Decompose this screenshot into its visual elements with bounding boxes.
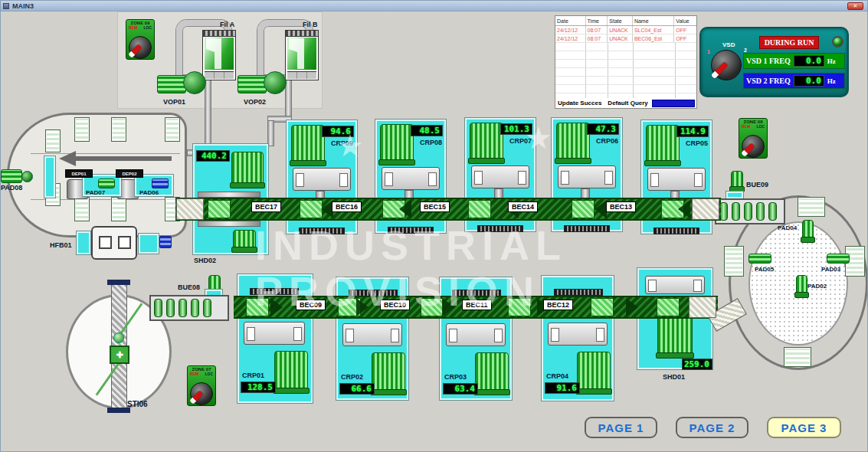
pump-vop01[interactable] bbox=[157, 75, 186, 93]
alarm-empty-row bbox=[555, 60, 696, 68]
machine-shd01[interactable]: 259.0 bbox=[637, 267, 713, 370]
vsd1-freq-label: VSD 1 FREQ bbox=[746, 57, 791, 65]
pad06-motor bbox=[152, 179, 169, 188]
vsd1-freq-unit: Hz bbox=[827, 57, 836, 65]
hfb01-window bbox=[99, 236, 112, 249]
pad05-motor[interactable] bbox=[748, 254, 771, 264]
crp04-display: 91.6 bbox=[545, 382, 580, 394]
flow-arrow-icon bbox=[399, 200, 411, 218]
gear-rack bbox=[250, 288, 299, 295]
vsd-knob-label: VSD bbox=[722, 41, 735, 48]
pad02-motor[interactable] bbox=[796, 275, 807, 295]
machine-crp01[interactable]: CRP01 128.5 bbox=[237, 273, 313, 404]
close-button[interactable]: ✕ bbox=[847, 2, 863, 10]
zone09-knob[interactable] bbox=[129, 36, 152, 59]
motor-icon bbox=[556, 123, 590, 161]
bucket-elevator-bue09[interactable] bbox=[715, 198, 785, 224]
alarm-row[interactable]: 24/12/12 08:07 UNACK SLC04_Est OFF bbox=[555, 26, 696, 34]
hopper-grate-icon bbox=[286, 31, 318, 37]
bec15-tag: BEC15 bbox=[420, 201, 450, 212]
knob-pointer bbox=[711, 62, 729, 80]
update-status-text: Update Succes bbox=[558, 100, 601, 106]
vsd-selector-knob[interactable] bbox=[711, 50, 742, 80]
belt-block bbox=[591, 298, 614, 316]
screen-frame bbox=[784, 347, 811, 367]
sti06-valve[interactable]: ✚ bbox=[110, 346, 129, 364]
belt-transfer-section bbox=[692, 198, 719, 220]
hfb01-machine[interactable] bbox=[91, 226, 137, 260]
hopper-base bbox=[287, 71, 316, 79]
zone08-knob[interactable] bbox=[742, 135, 765, 158]
alarm-col-name: Name bbox=[633, 16, 674, 25]
zone08-selector: ZONE 08 REMLOC bbox=[739, 118, 768, 159]
machine-crp04[interactable]: CRP04 91.6 bbox=[541, 275, 614, 401]
run-status-led-icon bbox=[832, 36, 843, 47]
sti06-label: STI06 bbox=[127, 400, 148, 408]
shaft bbox=[198, 221, 260, 227]
zone09-loc-label: LOC bbox=[143, 25, 152, 30]
roller bbox=[768, 202, 777, 221]
window-titlebar: MAIN3 ✕ bbox=[1, 1, 867, 11]
page-3-button[interactable]: PAGE 3 bbox=[767, 417, 841, 438]
alarm-row[interactable]: 24/12/12 08:07 UNACK BEC06_Est OFF bbox=[555, 34, 696, 43]
belt-transfer-section bbox=[689, 296, 716, 318]
vessel-line bbox=[31, 153, 180, 154]
pad03-label: PAD03 bbox=[821, 266, 840, 273]
press-assembly bbox=[382, 167, 440, 190]
gear-rack bbox=[554, 289, 603, 296]
gear-rack bbox=[388, 227, 434, 234]
screen-frame bbox=[724, 246, 744, 277]
zone07-knob[interactable] bbox=[190, 382, 213, 405]
alarm-col-time: Time bbox=[586, 16, 608, 25]
hfb01-motor bbox=[159, 236, 172, 248]
press-assembly bbox=[645, 276, 705, 294]
vsd-pos1-label: 1 bbox=[707, 49, 710, 54]
belt-block bbox=[300, 200, 323, 218]
motor-icon bbox=[577, 352, 611, 391]
page-2-button[interactable]: PAGE 2 bbox=[676, 417, 748, 438]
crp09-display: 94.6 bbox=[322, 126, 354, 137]
flow-arrow-icon bbox=[76, 156, 172, 161]
roller bbox=[166, 299, 175, 317]
pump-vop01-head[interactable] bbox=[183, 71, 206, 94]
filter-hopper-b[interactable] bbox=[285, 30, 319, 80]
alarm-time: 08:07 bbox=[586, 26, 608, 34]
zone07-loc-label: LOC bbox=[205, 372, 213, 376]
pad08-motor[interactable] bbox=[1, 169, 22, 183]
flow-arrow-icon bbox=[678, 200, 690, 218]
bucket-elevator-bue08[interactable] bbox=[149, 295, 229, 321]
sti06-valve-head bbox=[113, 332, 124, 343]
hopper-grate-icon bbox=[203, 31, 235, 37]
press-assembly bbox=[293, 168, 351, 191]
shd01-label: SHD01 bbox=[663, 373, 685, 381]
knob-pointer bbox=[128, 44, 142, 58]
motor-icon bbox=[233, 230, 256, 250]
window-title: MAIN3 bbox=[12, 2, 34, 10]
zone09-selector: ZONE 09 REMLOC bbox=[126, 19, 155, 60]
page-1-button[interactable]: PAGE 1 bbox=[585, 417, 657, 438]
alarm-empty-row bbox=[555, 68, 696, 77]
belt-block bbox=[657, 298, 680, 316]
gear-rack bbox=[477, 225, 523, 232]
flow-arrow-icon bbox=[356, 298, 368, 316]
crp06-label: CRP06 bbox=[596, 137, 618, 145]
motor-icon bbox=[646, 125, 680, 163]
pipe bbox=[267, 120, 274, 146]
screen-frame bbox=[74, 197, 90, 221]
pump-vop02[interactable] bbox=[237, 75, 267, 93]
press-assembly bbox=[342, 323, 402, 346]
pad04-motor[interactable] bbox=[802, 220, 814, 240]
default-query-label: Default Query bbox=[608, 100, 647, 106]
during-run-banner: DURING RUN bbox=[759, 36, 819, 49]
hopper-base bbox=[205, 71, 234, 79]
query-input[interactable] bbox=[652, 100, 695, 107]
pad03-motor[interactable] bbox=[827, 254, 850, 264]
motor-icon bbox=[657, 316, 693, 355]
pump-vop02-head[interactable] bbox=[264, 71, 287, 94]
crp02-display: 66.6 bbox=[339, 383, 375, 395]
knob-pointer bbox=[189, 391, 203, 405]
alarm-state: UNACK bbox=[608, 26, 633, 34]
bec13-tag: BEC13 bbox=[606, 201, 636, 212]
motor-icon bbox=[274, 351, 308, 391]
filter-hopper-a[interactable] bbox=[202, 30, 236, 80]
